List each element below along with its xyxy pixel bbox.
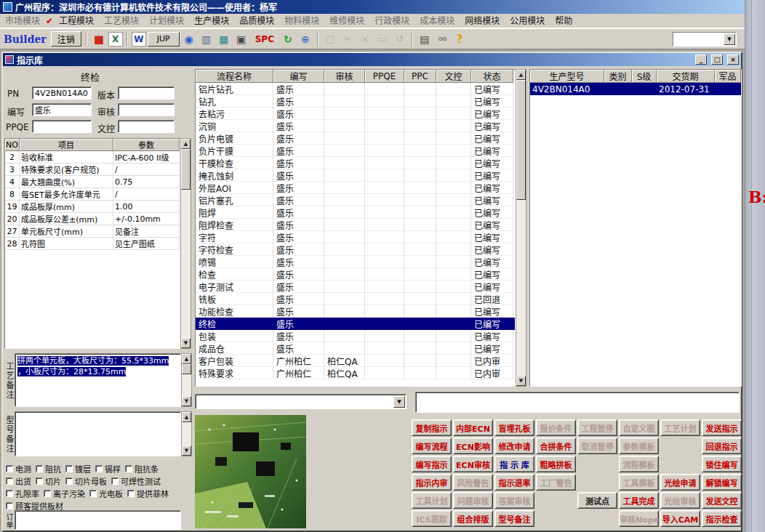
craft-note-scrollbar[interactable]: ▲ ▼: [181, 353, 192, 407]
database-icon[interactable]: ▥: [199, 32, 215, 47]
toolbar-separator[interactable]: [317, 32, 319, 47]
menu-item[interactable]: 工艺模块: [99, 14, 144, 28]
action-button[interactable]: 指示退率: [494, 474, 534, 491]
menu-item[interactable]: 公用模块: [505, 14, 550, 28]
menu-item[interactable]: 帮助: [550, 14, 577, 28]
checkbox-box[interactable]: [36, 477, 43, 485]
scroll-down-icon[interactable]: ▼: [182, 396, 191, 406]
action-button[interactable]: 取消暂停: [577, 438, 617, 454]
checkbox[interactable]: 锡样: [95, 463, 121, 475]
toolbar-combobox[interactable]: ▼: [673, 32, 737, 47]
process-row[interactable]: 沉铜 盛乐 已编写: [196, 120, 515, 132]
toolbar-separator[interactable]: [86, 32, 87, 47]
column-header[interactable]: 类别: [604, 70, 632, 83]
scroll-up-icon[interactable]: ▲: [182, 412, 191, 422]
action-button[interactable]: 风险警告: [453, 474, 493, 491]
param-row[interactable]: 19 成品板厚(mm) 1.00: [5, 201, 180, 213]
maximize-button[interactable]: □: [711, 55, 723, 65]
param-row[interactable]: 8 每SET最多允许废单元 /: [5, 188, 180, 201]
scroll-down-icon[interactable]: ▼: [516, 376, 526, 386]
param-row[interactable]: 3 特殊要求见(客户规范) /: [5, 164, 180, 176]
action-button[interactable]: 编写指示: [412, 456, 452, 472]
scroll-thumb[interactable]: [182, 364, 191, 374]
menu-item[interactable]: 成本模块: [414, 14, 460, 28]
checkbox[interactable]: 电测: [6, 463, 31, 475]
scroll-thumb[interactable]: [516, 80, 526, 200]
network-icon[interactable]: ▦: [216, 32, 232, 47]
scroll-track[interactable]: [182, 422, 191, 446]
checkbox-box[interactable]: [6, 477, 13, 485]
action-button[interactable]: 工具模板: [619, 474, 659, 491]
audit-field[interactable]: [118, 103, 175, 116]
action-button[interactable]: 工厂警告: [536, 474, 576, 491]
process-row[interactable]: 阻焊检查 盛乐 已编写: [196, 219, 515, 231]
order-box[interactable]: [15, 510, 181, 530]
process-row[interactable]: 电子测试 盛乐 已编写: [196, 281, 515, 293]
menu-item[interactable]: 行政模块: [369, 14, 414, 28]
checkbox[interactable]: 阻抗: [36, 463, 61, 475]
action-button[interactable]: 粗略拼板: [536, 456, 576, 472]
action-button[interactable]: 工具计划: [412, 492, 452, 509]
action-button[interactable]: 修改申请: [494, 438, 534, 454]
checkbox-box[interactable]: [36, 465, 43, 472]
pn-field[interactable]: [32, 86, 92, 100]
scroll-up-icon[interactable]: ▲: [182, 354, 191, 364]
scroll-down-icon[interactable]: ▼: [182, 446, 191, 456]
menu-item[interactable]: 生产模块: [189, 14, 234, 28]
scroll-thumb[interactable]: [181, 149, 191, 190]
action-button[interactable]: 指示内审: [412, 474, 452, 491]
version-field[interactable]: [118, 86, 175, 100]
preview-eye-icon[interactable]: ◉: [181, 32, 197, 47]
process-row[interactable]: 铣板 盛乐 已回退: [196, 293, 515, 305]
action-button[interactable]: 报价条件: [536, 419, 576, 436]
column-header[interactable]: PPC: [404, 70, 436, 83]
menu-item[interactable]: 维修模块: [324, 14, 369, 28]
action-button[interactable]: 问题审核: [453, 492, 493, 509]
checkbox[interactable]: 孔隙率: [6, 488, 39, 499]
checkbox[interactable]: 可焊性测试: [111, 475, 161, 487]
process-row[interactable]: 客户包装 广州柏仁 柏仁QA 已内审: [196, 355, 515, 367]
new-page-icon[interactable]: □: [322, 32, 338, 47]
scroll-up-icon[interactable]: ▲: [516, 70, 526, 80]
jup-button[interactable]: JUP: [148, 32, 180, 47]
action-button[interactable]: 发送指示: [702, 419, 742, 436]
scroll-track[interactable]: [181, 149, 191, 338]
process-scrollbar[interactable]: ▲ ▼: [516, 69, 526, 387]
column-header[interactable]: 交货期: [657, 70, 715, 83]
word-icon[interactable]: W: [132, 32, 146, 47]
action-button[interactable]: 内部ECN: [453, 419, 493, 436]
process-row[interactable]: 负片干膜 盛乐 已编写: [196, 145, 515, 157]
logout-button[interactable]: 注销: [51, 31, 81, 47]
action-button[interactable]: 组合排版: [453, 510, 493, 527]
action-button[interactable]: 盲埋孔板: [494, 419, 534, 436]
action-button[interactable]: 流程模板: [619, 456, 659, 472]
action-button[interactable]: 型号备注: [494, 510, 534, 527]
find-icon[interactable]: ⊙⊙: [434, 32, 450, 47]
model-note-scrollbar[interactable]: ▲ ▼: [181, 411, 192, 456]
ppqe-field[interactable]: [32, 120, 92, 133]
checkbox[interactable]: 切片: [36, 475, 61, 487]
param-row[interactable]: 20 成品板厚公差±(mm) +/-0.10mm: [5, 213, 180, 225]
undo-icon[interactable]: ↺: [392, 32, 408, 47]
process-row[interactable]: 检查 盛乐 已编写: [196, 268, 515, 281]
process-row[interactable]: 外层AOI 盛乐 已编写: [196, 182, 515, 194]
process-row[interactable]: 包装 盛乐 已编写: [196, 330, 515, 342]
menu-item[interactable]: 品质模块: [234, 14, 279, 28]
checkbox[interactable]: 镀层: [65, 463, 91, 475]
action-button[interactable]: ECN审核: [453, 456, 493, 472]
writer-field[interactable]: [32, 103, 92, 116]
menu-item[interactable]: 市场模块: [0, 14, 45, 28]
action-button[interactable]: 回退指示: [702, 438, 742, 454]
action-button[interactable]: 导入CAM: [660, 510, 700, 527]
process-row[interactable]: 负片电镀 盛乐 已编写: [196, 132, 515, 145]
checkbox-box[interactable]: [95, 465, 103, 472]
action-button[interactable]: ECN影响: [453, 438, 493, 454]
computer-icon[interactable]: ▣: [233, 32, 249, 47]
action-button[interactable]: 测试点: [577, 492, 617, 509]
menu-item[interactable]: 网络模块: [460, 14, 505, 28]
spc-button[interactable]: SPC: [251, 32, 279, 47]
param-row[interactable]: 27 单元板尺寸(mm) 见备注: [5, 225, 180, 238]
process-row[interactable]: 字符检查 盛乐 已编写: [196, 243, 515, 256]
action-button[interactable]: 答案审核: [494, 492, 534, 509]
column-header[interactable]: 军品: [715, 70, 741, 83]
